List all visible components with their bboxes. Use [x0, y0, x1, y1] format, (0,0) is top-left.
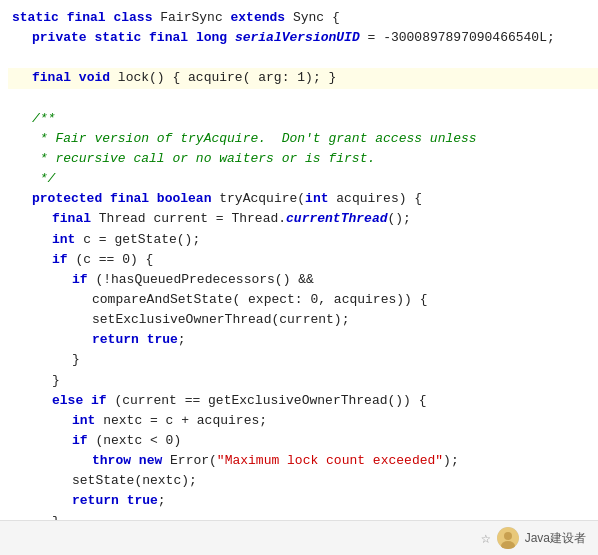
- code-line: if (nextc < 0): [8, 431, 598, 451]
- code-line: return true;: [8, 330, 598, 350]
- code-line: throw new Error("Maximum lock count exce…: [8, 451, 598, 471]
- code-line: return true;: [8, 491, 598, 511]
- code-line: int c = getState();: [8, 230, 598, 250]
- code-line: if (c == 0) {: [8, 250, 598, 270]
- code-line: if (!hasQueuedPredecessors() &&: [8, 270, 598, 290]
- code-line: setState(nextc);: [8, 471, 598, 491]
- code-line: else if (current == getExclusiveOwnerThr…: [8, 391, 598, 411]
- code-line: private static final long serialVersionU…: [8, 28, 598, 48]
- avatar: [497, 527, 519, 549]
- code-line: * Fair version of tryAcquire. Don't gran…: [8, 129, 598, 149]
- code-line: }: [8, 512, 598, 520]
- svg-point-1: [504, 532, 512, 540]
- code-line: /**: [8, 109, 598, 129]
- code-line: static final class FairSync extends Sync…: [8, 8, 598, 28]
- brand-label: Java建设者: [525, 530, 586, 547]
- code-block: static final class FairSync extends Sync…: [0, 0, 598, 520]
- code-line: [8, 89, 598, 109]
- code-line: setExclusiveOwnerThread(current);: [8, 310, 598, 330]
- code-line: final Thread current = Thread.currentThr…: [8, 209, 598, 229]
- code-line: }: [8, 371, 598, 391]
- code-line: }: [8, 350, 598, 370]
- code-line: final void lock() { acquire( arg: 1); }: [8, 68, 598, 88]
- footer-bar: ☆ Java建设者: [0, 520, 598, 555]
- code-line: compareAndSetState( expect: 0, acquires)…: [8, 290, 598, 310]
- code-line: * recursive call or no waiters or is fir…: [8, 149, 598, 169]
- star-icon: ☆: [481, 528, 491, 548]
- code-line: [8, 48, 598, 68]
- code-line: int nextc = c + acquires;: [8, 411, 598, 431]
- code-line: */: [8, 169, 598, 189]
- code-line: protected final boolean tryAcquire(int a…: [8, 189, 598, 209]
